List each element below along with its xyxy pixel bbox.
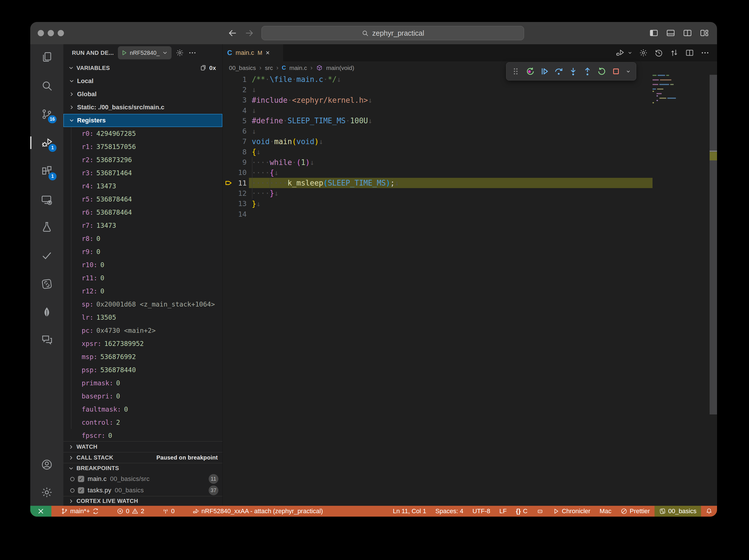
compare-changes-icon[interactable] xyxy=(670,48,679,57)
ports-status[interactable]: 0 xyxy=(157,508,179,515)
cursor-position[interactable]: Ln 11, Col 1 xyxy=(388,506,431,517)
code-line[interactable]: 9····while·(1)↓ xyxy=(223,157,717,167)
remote-explorer-icon[interactable] xyxy=(41,194,53,206)
testing-flask-icon[interactable] xyxy=(41,221,53,233)
code-line[interactable]: 5#define·SLEEP_TIME_MS·100U↓ xyxy=(223,115,717,126)
gutter[interactable]: 14 xyxy=(223,210,252,218)
task-status[interactable]: 00_basics xyxy=(655,506,701,517)
variables-section-header[interactable]: VARIABLES 0x xyxy=(63,61,222,74)
toggle-panel-icon[interactable] xyxy=(666,28,676,38)
register-row[interactable]: r3:536871464 xyxy=(63,166,222,179)
notifications-bell[interactable] xyxy=(701,506,717,517)
breakpoint-row[interactable]: ✓main.c00_basics/src11 xyxy=(63,473,222,484)
register-row[interactable]: r10:0 xyxy=(63,258,222,272)
code-line[interactable]: 11········k_msleep(SLEEP_TIME_MS);↓ xyxy=(223,178,717,188)
more-actions-icon[interactable] xyxy=(701,48,710,57)
breakpoint-row[interactable]: ✓tasks.py00_basics37 xyxy=(63,484,222,496)
code-line[interactable]: 4↓ xyxy=(223,105,717,115)
breakpoint-checkbox[interactable]: ✓ xyxy=(78,487,84,494)
register-row[interactable]: psp:536878440 xyxy=(63,363,222,376)
launch-config-dropdown[interactable]: nRF52840_ xyxy=(118,46,172,59)
gutter[interactable]: 2 xyxy=(223,86,252,94)
code-line[interactable]: 6↓ xyxy=(223,126,717,136)
register-row[interactable]: r5:536878464 xyxy=(63,193,222,206)
continue-icon[interactable] xyxy=(539,66,550,77)
toggle-primary-sidebar-icon[interactable] xyxy=(649,28,659,38)
branch-status[interactable]: main*+ xyxy=(57,508,104,515)
forward-arrow-icon[interactable] xyxy=(244,28,254,38)
step-over-icon[interactable] xyxy=(553,66,564,77)
copilot-status[interactable] xyxy=(532,506,548,517)
scope-static[interactable]: Static: ./00_basics/src/main.c xyxy=(63,101,222,114)
split-editor-icon[interactable] xyxy=(685,48,694,57)
settings-gear-icon[interactable] xyxy=(41,486,53,499)
register-row[interactable]: fpscr:0 xyxy=(63,429,222,441)
gutter[interactable]: 4 xyxy=(223,106,252,115)
register-row[interactable]: r2:536873296 xyxy=(63,153,222,166)
account-icon[interactable] xyxy=(41,458,53,471)
watch-section-header[interactable]: WATCH xyxy=(63,441,222,452)
close-window-button[interactable] xyxy=(38,30,44,36)
breadcrumb-file[interactable]: main.c xyxy=(290,65,307,71)
gutter[interactable]: 12 xyxy=(223,189,252,197)
register-row[interactable]: control:2 xyxy=(63,416,222,429)
scrollbar[interactable] xyxy=(710,75,717,414)
register-row[interactable]: r9:0 xyxy=(63,245,222,258)
prettier-status[interactable]: Prettier xyxy=(616,506,655,517)
toolbar-drag-handle[interactable] xyxy=(510,66,522,77)
register-row[interactable]: r8:0 xyxy=(63,232,222,245)
timeline-history-icon[interactable] xyxy=(654,48,663,57)
check-icon[interactable] xyxy=(41,249,53,262)
stop-icon[interactable] xyxy=(610,66,622,77)
code-line[interactable]: 10····{↓ xyxy=(223,168,717,178)
debug-run-file-icon[interactable] xyxy=(615,48,624,57)
gutter[interactable]: 10 xyxy=(223,168,252,177)
search-view-icon[interactable] xyxy=(41,79,53,92)
code-line[interactable]: 1/**·\file·main.c·*/↓ xyxy=(223,74,717,85)
minimize-window-button[interactable] xyxy=(48,30,54,36)
breadcrumb-symbol[interactable]: main(void) xyxy=(326,65,354,71)
code-line[interactable]: 14 xyxy=(223,209,717,219)
chevron-down-icon[interactable] xyxy=(627,50,633,56)
mac-status[interactable]: Mac xyxy=(595,506,616,517)
toggle-secondary-sidebar-icon[interactable] xyxy=(683,28,692,38)
views-more-actions-icon[interactable] xyxy=(188,48,197,57)
problems-status[interactable]: 0 2 xyxy=(112,508,149,515)
call-stack-section-header[interactable]: CALL STACK Paused on breakpoint xyxy=(63,452,222,463)
editor-settings-gear-icon[interactable] xyxy=(639,48,648,57)
chronicler-status[interactable]: Chronicler xyxy=(548,506,595,517)
restart-icon[interactable] xyxy=(596,66,607,77)
register-row[interactable]: r11:0 xyxy=(63,272,222,284)
register-row[interactable]: xpsr:1627389952 xyxy=(63,337,222,350)
encoding-setting[interactable]: UTF-8 xyxy=(468,506,495,517)
gutter[interactable]: 11 xyxy=(223,179,252,187)
back-arrow-icon[interactable] xyxy=(228,28,237,38)
customize-layout-icon[interactable] xyxy=(700,28,709,38)
code-line[interactable]: 3#include·<zephyr/kernel.h>↓ xyxy=(223,95,717,105)
code-line[interactable]: 7void·main(void)↓ xyxy=(223,136,717,147)
debug-settings-gear-icon[interactable] xyxy=(175,48,184,57)
toolbar-chevron-icon[interactable] xyxy=(624,66,632,77)
gutter[interactable]: 1 xyxy=(223,76,252,84)
tasks-link-icon[interactable] xyxy=(41,278,53,290)
gutter[interactable]: 7 xyxy=(223,137,252,146)
register-row[interactable]: r6:536878464 xyxy=(63,206,222,219)
gutter[interactable]: 13 xyxy=(223,199,252,208)
remote-indicator[interactable] xyxy=(30,506,51,517)
gutter[interactable]: 5 xyxy=(223,117,252,125)
register-row[interactable]: r12:0 xyxy=(63,284,222,298)
debug-target-status[interactable]: nRF52840_xxAA - attach (zephyr_practical… xyxy=(188,508,328,515)
scope-global[interactable]: Global xyxy=(63,88,222,101)
register-row[interactable]: r7:13473 xyxy=(63,219,222,232)
breakpoint-checkbox[interactable]: ✓ xyxy=(78,476,84,482)
step-out-icon[interactable] xyxy=(582,66,593,77)
indentation-setting[interactable]: Spaces: 4 xyxy=(431,506,468,517)
register-row[interactable]: r0:4294967285 xyxy=(63,127,222,140)
tab-main-c[interactable]: C main.c M × xyxy=(223,44,283,61)
gutter[interactable]: 9 xyxy=(223,158,252,166)
extensions-icon[interactable]: 1 xyxy=(41,165,53,177)
mongodb-leaf-icon[interactable] xyxy=(41,306,53,318)
gutter[interactable]: 6 xyxy=(223,127,252,135)
command-center-search[interactable]: zephyr_practical xyxy=(261,26,524,40)
copy-value-icon[interactable] xyxy=(199,64,207,72)
